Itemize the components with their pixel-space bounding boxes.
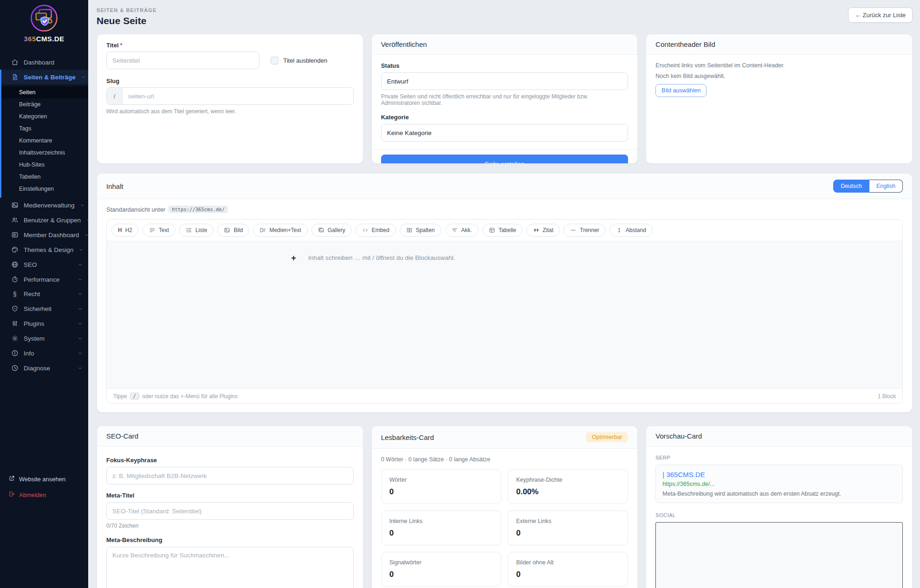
sidebar-subitem-inhaltsverzeichnis[interactable]: Inhaltsverzeichnis [1,147,88,159]
block-button-gallery[interactable]: Gallery [311,224,352,237]
meta-title-count: 0/70 Zeichen [106,523,354,529]
sidebar-item-performance[interactable]: Performance [0,272,88,287]
social-preview-box [655,522,903,588]
gear-icon [11,335,19,342]
block-button-spalten[interactable]: Spalten [400,224,441,237]
block-button-medien-text[interactable]: Medien+Text [253,224,307,237]
sidebar-subitem-kategorien[interactable]: Kategorien [1,110,88,123]
sidebar-item-plugins[interactable]: Plugins [0,316,88,331]
block-inserter-plus[interactable]: + [291,253,296,262]
sidebar-item-sicherheit[interactable]: Sicherheit [0,301,88,316]
stat-tile-interne-links: Interne Links0 [381,510,501,545]
sidebar-item-diagnose[interactable]: Diagnose [0,361,88,375]
stat-tile-bilder-ohne-alt: Bilder ohne Alt0 [508,552,628,587]
chevron-down-icon [78,262,83,267]
block-button-abstand[interactable]: Abstand [609,224,653,237]
sidebar-subitem-einstellungen[interactable]: Einstellungen [1,183,88,195]
chevron-down-icon [78,366,83,371]
block-button-bild[interactable]: Bild [217,224,249,237]
sidebar-item-seiten-beitraege[interactable]: Seiten & Beiträge [1,70,88,84]
member-icon [11,231,19,239]
sidebar-item-system[interactable]: System [0,331,88,346]
category-label: Kategorie [381,114,628,121]
stat-tile-woerter: Wörter0 [381,469,501,504]
pages-icon [11,73,19,81]
block-button-liste[interactable]: Liste [179,224,214,237]
spacing-icon [616,227,622,233]
meta-description-textarea[interactable] [106,547,354,588]
standard-view-url: https://365cms.de/ [168,206,228,213]
select-image-button[interactable]: Bild auswählen [655,84,706,97]
image-icon [224,227,230,233]
serp-description: Meta-Beschreibung wird automatisch aus d… [662,491,896,497]
logout-icon [8,491,15,499]
sidebar-item-medienverwaltung[interactable]: Medienverwaltung [0,198,88,213]
plugins-icon [11,320,19,327]
block-button-embed[interactable]: Embed [356,224,396,237]
chevron-down-icon [80,203,85,208]
block-button-zitat[interactable]: Zitat [526,224,560,237]
block-button-text[interactable]: Text [143,224,175,237]
contentheader-card: Contentheader Bild Erscheint links vom S… [646,34,913,164]
sidebar-item-benutzer-gruppen[interactable]: Benutzer & Gruppen [0,213,88,227]
language-tab-deutsch[interactable]: Deutsch [833,180,869,193]
sidebar-group-seiten-beitraege: Seiten & Beiträge Seiten Beiträge Katego… [0,70,88,198]
sidebar-item-recht[interactable]: § Recht [0,287,88,301]
slug-prefix: / [107,88,123,104]
back-to-list-button[interactable]: ← Zurück zur Liste [848,7,913,23]
embed-icon [362,227,369,233]
create-page-button[interactable]: Seite erstellen [381,155,628,164]
sidebar-subitem-tabellen[interactable]: Tabellen [1,171,88,183]
publish-card: Veröffentlichen Status Entwurf Private S… [371,34,638,164]
sidebar-subitem-kommentare[interactable]: Kommentare [1,135,88,147]
shield-icon [11,305,19,312]
hide-title-checkbox-row[interactable]: Titel ausblenden [271,57,327,65]
sidebar-subitem-tags[interactable]: Tags [1,123,88,135]
sidebar-item-seo[interactable]: SEO [0,257,88,272]
keyphrase-input[interactable] [106,467,354,485]
logout-link[interactable]: Abmelden [8,491,83,499]
home-icon [11,58,19,66]
slug-input[interactable] [123,88,353,104]
gallery-icon [318,227,324,233]
serp-url: https://365cms.de/... [662,481,896,487]
top-cards-row: Titel* Titel ausblenden Slug / [97,34,913,164]
heading-icon: H [118,227,122,233]
page-title-input[interactable] [106,52,259,69]
hide-title-checkbox[interactable] [271,57,279,65]
status-select[interactable]: Entwurf [381,72,628,90]
meta-title-label: Meta-Titel [106,492,354,499]
page-header: SEITEN & BEITRÄGE Neue Seite ← Zurück zu… [97,7,913,26]
editor-placeholder: Inhalt schreiben … mit / öffnest du die … [308,254,455,261]
accordion-icon [452,227,458,233]
chevron-down-icon [78,321,83,326]
social-label: SOCIAL [655,512,675,518]
optimierbar-badge: Optimierbar [586,432,628,442]
block-button-tabelle[interactable]: Tabelle [482,224,523,237]
publish-card-title: Veröffentlichen [381,40,427,48]
block-button-akkordeon[interactable]: Akk. [445,224,479,237]
sidebar-item-info[interactable]: Info [0,346,88,361]
sidebar-item-dashboard[interactable]: Dashboard [0,55,88,70]
editor-canvas-area[interactable]: + Inhalt schreiben … mit / öffnest du di… [107,241,902,388]
block-button-trenner[interactable]: Trenner [564,224,606,237]
editor-tip-post: oder nutze das +-Menü für alle Plugins [142,393,238,400]
meta-title-input[interactable] [106,502,354,520]
language-tab-english[interactable]: English [869,180,903,193]
sidebar-subitem-seiten[interactable]: Seiten [1,86,88,98]
columns-icon [406,227,413,233]
category-select[interactable]: Keine Kategorie [381,124,628,142]
divider-icon [570,227,577,233]
title-card: Titel* Titel ausblenden Slug / [97,34,363,164]
media-icon [11,201,19,209]
sidebar-item-themes-design[interactable]: Themes & Design [0,242,88,257]
sidebar-item-member-dashboard[interactable]: Member Dashboard [0,227,88,242]
sidebar-footer: Website ansehen Abmelden [0,475,88,588]
view-website-link[interactable]: Website ansehen [8,475,83,483]
sidebar-nav: Dashboard Seiten & Beiträge Seiten Beitr… [0,47,88,375]
seo-card: SEO-Card Fokus-Keyphrase Meta-Titel 0/70… [97,426,363,588]
breadcrumb: SEITEN & BEITRÄGE [97,7,156,13]
sidebar-subitem-beitraege[interactable]: Beiträge [1,98,88,110]
block-button-h2[interactable]: HH2 [111,224,139,237]
sidebar-subitem-hub-sites[interactable]: Hub-Sites [1,159,88,171]
